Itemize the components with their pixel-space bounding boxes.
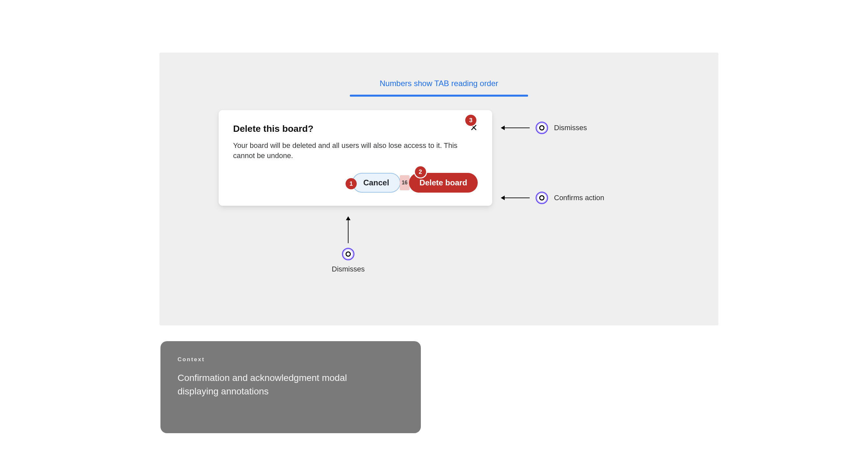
callout-cancel: Dismisses xyxy=(332,217,365,274)
context-eyebrow: Context xyxy=(178,356,404,363)
spacing-token-chip: 16 xyxy=(400,175,410,190)
annotation-dot-icon xyxy=(342,248,354,260)
tab-order-caption: Numbers show TAB reading order xyxy=(380,79,498,88)
annotation-dot-icon xyxy=(536,122,548,134)
confirm-delete-button[interactable]: 2 Delete board xyxy=(409,173,478,193)
caption-underline xyxy=(350,95,528,97)
callout-confirm: Confirms action xyxy=(501,192,604,204)
tab-order-badge-1: 1 xyxy=(346,178,357,189)
callout-confirm-label: Confirms action xyxy=(554,194,604,202)
dialog-header: Delete this board? 3 xyxy=(233,123,478,134)
tab-order-badge-2: 2 xyxy=(415,166,426,178)
arrow-up-icon xyxy=(348,217,348,243)
tab-order-badge-3: 3 xyxy=(465,115,476,126)
cancel-button-label: Cancel xyxy=(363,178,389,187)
page-root: Numbers show TAB reading order Delete th… xyxy=(0,0,868,470)
example-stage: Numbers show TAB reading order Delete th… xyxy=(159,53,718,325)
dialog-actions: 1 Cancel 16 2 Delete board xyxy=(233,173,478,193)
annotation-dot-icon xyxy=(536,192,548,204)
close-wrap: 3 xyxy=(468,123,478,134)
context-card: Context Confirmation and acknowledgment … xyxy=(160,341,421,433)
callout-close-label: Dismisses xyxy=(554,124,587,132)
confirm-dialog: Delete this board? 3 Your board will be … xyxy=(219,110,492,206)
dialog-body-text: Your board will be deleted and all users… xyxy=(233,140,476,161)
cancel-button[interactable]: 1 Cancel xyxy=(352,173,400,193)
callout-cancel-label: Dismisses xyxy=(332,265,365,274)
context-body: Confirmation and acknowledgment modal di… xyxy=(178,371,362,398)
dialog-title: Delete this board? xyxy=(233,123,313,134)
arrow-left-icon xyxy=(501,197,530,198)
callout-close: Dismisses xyxy=(501,122,587,134)
confirm-button-label: Delete board xyxy=(420,178,467,187)
arrow-left-icon xyxy=(501,128,530,128)
